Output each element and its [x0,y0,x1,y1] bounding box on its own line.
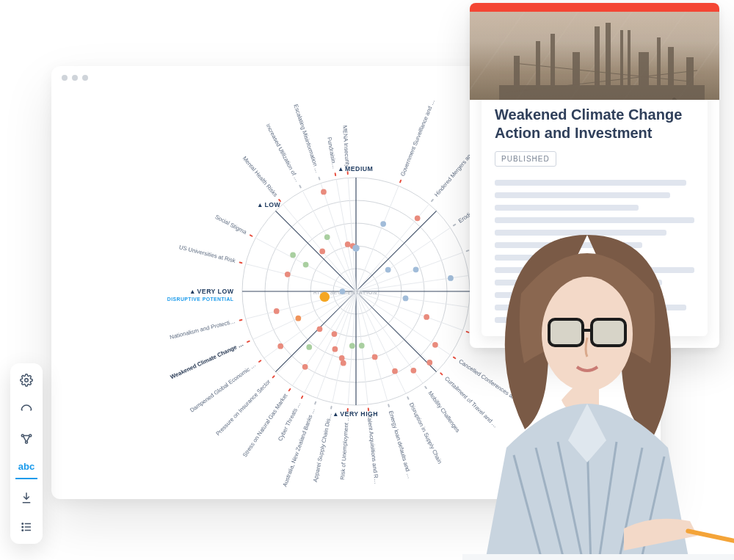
svg-point-69 [29,434,32,437]
svg-point-70 [26,441,28,443]
svg-point-68 [21,434,23,437]
risk-dot[interactable] [302,364,308,370]
risk-dot[interactable] [410,368,416,374]
svg-point-73 [22,530,23,531]
risk-dot[interactable] [345,241,351,247]
risk-dot[interactable] [290,252,296,258]
risk-rim-label[interactable]: Government Surveillance and … [399,98,436,177]
risk-dot[interactable] [359,343,365,349]
risk-dot[interactable] [413,266,419,272]
list-button[interactable] [15,516,37,538]
svg-line-9 [348,178,356,291]
risk-rim-label[interactable]: Mobility Challenges [426,390,461,434]
risk-dot[interactable] [426,360,432,366]
skeleton-line [495,217,694,223]
svg-rect-65 [431,198,435,202]
svg-rect-82 [639,52,649,100]
skeleton-line [495,230,666,236]
download-button[interactable] [15,487,37,509]
risk-rim-label[interactable]: Disruption in Supply Chain [408,401,443,465]
risk-dot[interactable] [432,342,438,348]
risk-rim-label[interactable]: Nationalism and Protecti… [169,318,236,341]
risk-dot[interactable] [324,234,330,240]
svg-rect-49 [288,388,291,391]
network-button[interactable] [15,428,37,450]
settings-button[interactable] [15,369,37,391]
risk-rim-label[interactable]: Fundraisin… [326,137,338,170]
risk-rim-label[interactable]: Mental Health Risks [241,155,279,198]
risk-dot[interactable] [424,314,429,320]
risk-dot[interactable] [339,355,345,361]
svg-rect-78 [595,26,600,100]
svg-rect-47 [258,360,262,363]
risk-dot[interactable] [352,244,360,252]
risk-dot[interactable] [332,346,338,352]
risk-dot[interactable] [285,272,291,277]
risk-dot[interactable] [385,266,391,272]
risk-rim-label[interactable]: Escalating Misinformation … [292,103,321,174]
download-icon [20,491,33,504]
network-icon [20,432,33,446]
skeleton-line [495,280,662,286]
risk-dot[interactable] [277,343,283,349]
risk-dot[interactable] [303,262,309,268]
svg-line-35 [356,228,451,291]
risk-dot[interactable] [274,308,280,314]
risk-dot[interactable] [392,368,398,374]
svg-line-12 [302,191,356,291]
skeleton-line [495,255,614,261]
svg-rect-84 [668,47,674,100]
risk-detail-card[interactable]: RISK Weakened Climate Change Action and … [470,3,719,348]
gauge-button[interactable] [15,399,37,421]
risk-dot[interactable] [295,316,301,321]
risk-rim-label[interactable]: Talent Acquisitions and R… [366,415,380,484]
risk-dot[interactable] [319,292,330,302]
risk-dot[interactable] [403,295,409,301]
risk-rim-label[interactable]: Weakened Climate Change … [170,341,244,380]
svg-rect-45 [239,319,242,321]
traffic-light-dot [82,75,88,81]
svg-rect-75 [536,41,540,100]
traffic-light-dot [72,75,78,81]
svg-rect-79 [606,23,611,100]
risk-dot[interactable] [415,215,421,221]
risk-dot[interactable] [317,326,323,332]
skeleton-line [495,317,591,323]
skeleton-line [495,205,639,211]
svg-rect-77 [573,52,580,100]
axis-sublabel: DISRUPTIVE POTENTIAL [167,296,234,301]
card-hero-image [470,12,719,100]
risk-rim-label[interactable]: Apparel Supply Chain Dis… [312,412,333,483]
risk-dot[interactable] [349,343,355,349]
risk-dot[interactable] [341,360,346,366]
svg-point-71 [22,523,23,525]
svg-line-15 [246,263,356,291]
svg-rect-92 [462,554,734,560]
risk-rim-label[interactable]: Energy loan defaults and … [388,410,413,479]
risk-dot[interactable] [448,275,454,281]
skeleton-line [495,192,670,198]
risk-dot[interactable] [321,189,327,194]
svg-rect-63 [465,250,469,252]
skeleton-line [495,267,694,273]
risk-dot[interactable] [332,331,338,337]
svg-rect-46 [247,340,250,343]
risk-rim-label[interactable]: Risk of Unemployment … [339,415,350,480]
svg-rect-66 [399,179,402,183]
risk-rim-label[interactable]: MENA Insecurity [341,125,351,167]
risk-rim-label[interactable]: US Universities at Risk [178,244,236,264]
risk-rim-label[interactable]: Increased Utilization of … [264,123,300,183]
risk-dot[interactable] [372,354,378,360]
list-icon [20,520,33,534]
status-badge: PUBLISHED [495,151,556,167]
risk-dot[interactable] [380,221,386,227]
risk-dot[interactable] [306,344,312,350]
svg-rect-86 [499,85,705,100]
card-body: RISK Weakened Climate Change Action and … [482,75,708,336]
risk-rim-label[interactable]: Social Stigma [214,214,249,236]
gear-icon [20,374,33,387]
risk-dot[interactable] [340,288,346,294]
labels-button[interactable]: abc [15,457,37,479]
svg-rect-51 [314,401,316,404]
risk-dot[interactable] [319,248,325,254]
